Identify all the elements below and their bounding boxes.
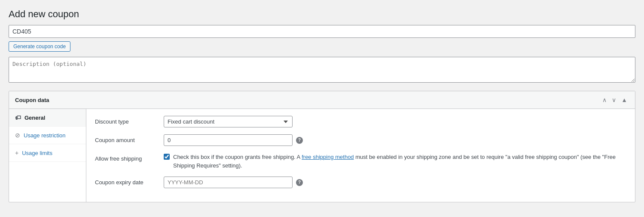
tag-icon: 🏷 [15, 114, 21, 121]
coupon-expiry-help-icon[interactable]: ? [296, 179, 303, 186]
panel-collapse-down-button[interactable]: ∨ [610, 96, 618, 104]
panel-content: Discount type Percentage discount Fixed … [86, 109, 635, 202]
panel-expand-button[interactable]: ▲ [620, 96, 629, 104]
panel-controls: ∧ ∨ ▲ [601, 96, 629, 104]
coupon-amount-input[interactable] [164, 134, 293, 146]
restriction-icon: ⊘ [15, 132, 20, 139]
sidebar-item-usage-restriction[interactable]: ⊘ Usage restriction [9, 127, 86, 144]
panel-header: Coupon data ∧ ∨ ▲ [9, 91, 635, 109]
panel-collapse-up-button[interactable]: ∧ [601, 96, 608, 104]
free-shipping-checkbox[interactable] [164, 154, 170, 160]
free-shipping-method-link[interactable]: free shipping method [302, 154, 354, 160]
discount-type-select[interactable]: Percentage discount Fixed cart discount … [164, 116, 293, 127]
discount-type-label: Discount type [95, 116, 164, 125]
free-shipping-field: Check this box if the coupon grants free… [164, 153, 626, 170]
panel-sidebar: 🏷 General ⊘ Usage restriction + Usage li… [9, 109, 86, 202]
free-shipping-label: Allow free shipping [95, 153, 164, 162]
coupon-amount-field: ? [164, 134, 626, 146]
description-textarea[interactable] [9, 57, 635, 83]
coupon-expiry-row: Coupon expiry date ? [95, 177, 626, 188]
free-shipping-description: Check this box if the coupon grants free… [173, 153, 626, 170]
coupon-amount-row: Coupon amount ? [95, 134, 626, 146]
coupon-expiry-input[interactable] [164, 177, 293, 188]
coupon-code-input[interactable] [9, 25, 635, 38]
coupon-amount-label: Coupon amount [95, 134, 164, 143]
coupon-data-panel: Coupon data ∧ ∨ ▲ 🏷 General ⊘ Usage rest… [9, 91, 635, 202]
coupon-expiry-field: ? [164, 177, 626, 188]
sidebar-item-usage-limits-label[interactable]: Usage limits [22, 150, 52, 156]
sidebar-item-usage-limits[interactable]: + Usage limits [9, 144, 86, 162]
plus-icon: + [15, 149, 18, 156]
sidebar-item-general[interactable]: 🏷 General [9, 109, 86, 127]
sidebar-item-usage-restriction-label[interactable]: Usage restriction [24, 132, 66, 139]
sidebar-item-general-label: General [24, 115, 45, 121]
discount-type-row: Discount type Percentage discount Fixed … [95, 116, 626, 127]
coupon-amount-help-icon[interactable]: ? [296, 137, 303, 144]
coupon-expiry-label: Coupon expiry date [95, 177, 164, 186]
free-shipping-row: Allow free shipping Check this box if th… [95, 153, 626, 170]
page-title: Add new coupon [9, 9, 635, 20]
discount-type-field: Percentage discount Fixed cart discount … [164, 116, 626, 127]
generate-coupon-code-button[interactable]: Generate coupon code [9, 41, 70, 52]
panel-body: 🏷 General ⊘ Usage restriction + Usage li… [9, 109, 635, 202]
free-shipping-text-before: Check this box if the coupon grants free… [173, 154, 302, 160]
panel-title: Coupon data [15, 97, 49, 103]
